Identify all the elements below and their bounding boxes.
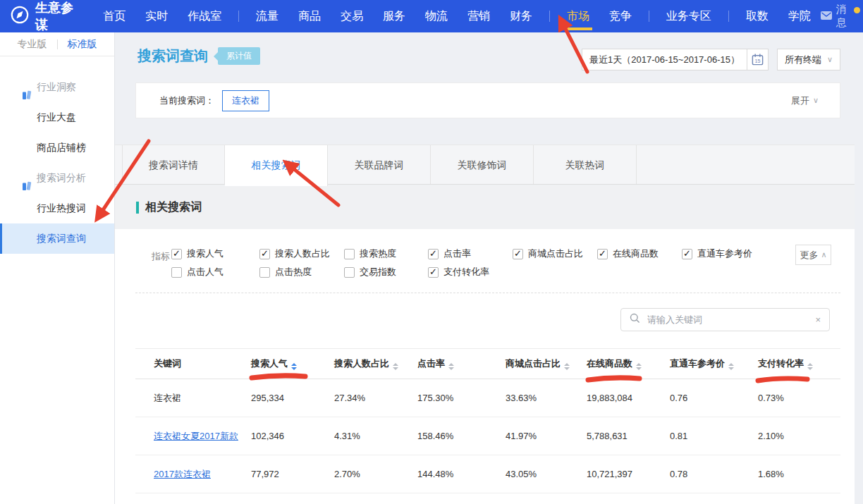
col-header-payment-conversion[interactable]: 支付转化率 [758,357,840,370]
checkbox-unchecked-icon[interactable] [344,267,355,278]
current-search-term-tag[interactable]: 连衣裙 [222,90,269,111]
keyword-link[interactable]: 2017款连衣裙 [154,469,211,479]
checkbox-checked-icon[interactable] [682,249,692,259]
metric-checkbox-online-products[interactable]: 在线商品数 [597,247,682,260]
divider [57,39,58,49]
sort-icon[interactable] [448,363,454,370]
sort-icon[interactable] [291,363,297,370]
col-header-click-rate[interactable]: 点击率 [417,357,506,370]
col-header-online-products[interactable]: 在线商品数 [587,357,670,370]
date-range-text: 最近1天（2017-06-15~2017-06-15） [582,54,747,66]
nav-item-service[interactable]: 服务 [383,0,405,32]
sort-icon[interactable] [564,363,570,370]
messages-button[interactable]: 消息 [821,3,853,30]
keyword-search-box: × [620,308,830,331]
metrics-row-1: 搜索人气 搜索人数占比 搜索热度 点击率 商城点击占比 在线商品数 [171,247,773,260]
tab-pro-version[interactable]: 专业版 [18,38,47,51]
checkbox-unchecked-icon[interactable] [171,267,182,278]
metric-checkbox-payment-conversion[interactable]: 支付转化率 [428,266,513,278]
nav-divider [549,11,550,22]
value-cell: 0.78 [670,469,758,479]
metric-checkbox-ztc-ref-price[interactable]: 直通车参考价 [682,247,773,260]
checkbox-unchecked-icon[interactable] [259,267,270,278]
notification-dot-badge [854,7,860,13]
nav-item-finance[interactable]: 财务 [510,0,532,32]
checkbox-checked-icon[interactable] [428,267,439,278]
col-header-search-popularity[interactable]: 搜索人气 [251,357,334,370]
nav-item-marketing[interactable]: 营销 [467,0,490,32]
date-range-picker[interactable]: 最近1天（2017-06-15~2017-06-15） 15 [582,49,769,70]
table-row: 连衣裙 295,334 27.34% 175.30% 33.63% 19,883… [135,379,840,417]
nav-item-data-fetch[interactable]: 取数 [746,0,769,32]
sort-icon[interactable] [807,363,813,370]
keyword-link[interactable]: 连衣裙女夏2017新款 [154,431,238,441]
nav-item-realtime[interactable]: 实时 [145,0,168,32]
sidebar-item-hot-search-words[interactable]: 行业热搜词 [0,193,114,223]
terminal-filter-value: 所有终端 [785,54,821,66]
metric-label: 交易指数 [360,266,396,278]
metric-label: 点击率 [443,247,471,260]
keyword-search-input[interactable] [646,314,809,326]
checkbox-checked-icon[interactable] [513,249,523,259]
nav-item-academy[interactable]: 学院 [788,0,811,32]
checkbox-checked-icon[interactable] [597,249,608,259]
tab-related-search-words[interactable]: 相关搜索词 [225,145,328,186]
nav-item-logistics[interactable]: 物流 [425,0,448,32]
value-cell: 0.73% [758,393,840,403]
value-cell: 77,972 [251,469,334,479]
metric-label: 搜索人气 [187,247,224,260]
cumulative-value-badge: 累计值 [218,47,260,65]
nav-item-market[interactable]: 市场 [567,0,589,32]
search-icon [630,313,640,326]
col-header-keyword: 关键词 [135,357,251,370]
col-header-searcher-share[interactable]: 搜索人数占比 [334,357,417,370]
metric-checkbox-search-heat[interactable]: 搜索热度 [344,247,428,260]
checkbox-checked-icon[interactable] [428,249,439,259]
brand[interactable]: 生意参谋 [10,0,78,33]
metric-checkbox-searcher-share[interactable]: 搜索人数占比 [259,247,344,260]
sort-icon[interactable] [636,363,642,370]
expand-toggle[interactable]: 展开 ∨ [791,83,819,118]
nav-item-warroom[interactable]: 作战室 [188,0,221,32]
metric-checkbox-trade-index[interactable]: 交易指数 [344,266,428,278]
expand-label: 展开 [791,94,809,107]
metric-checkbox-mall-click-share[interactable]: 商城点击占比 [513,247,597,260]
value-cell: 158.46% [417,431,506,441]
nav-item-business-zone[interactable]: 业务专区 [666,0,711,32]
metrics-row-2: 点击人气 点击热度 交易指数 支付转化率 [171,266,513,278]
value-cell: 33.63% [506,393,587,403]
more-metrics-button[interactable]: 更多 ∧ [795,245,831,265]
metric-checkbox-click-popularity[interactable]: 点击人气 [171,266,259,278]
value-cell: 0.76 [670,393,758,403]
tab-search-word-detail[interactable]: 搜索词详情 [122,145,225,184]
col-header-ztc-ref-price[interactable]: 直通车参考价 [670,357,758,370]
checkbox-unchecked-icon[interactable] [344,249,355,259]
sort-icon[interactable] [728,363,734,370]
sidebar: 专业版 标准版 行业洞察 行业大盘 商品店铺榜 [0,32,115,504]
metric-checkbox-click-rate[interactable]: 点击率 [428,247,513,260]
nav-item-competition[interactable]: 竞争 [609,0,632,32]
clear-input-icon[interactable]: × [815,314,821,325]
current-search-card: 当前搜索词： 连衣裙 展开 ∨ [135,82,840,118]
nav-item-home[interactable]: 首页 [103,0,126,32]
col-header-mall-click-share[interactable]: 商城点击占比 [506,357,587,370]
checkbox-checked-icon[interactable] [259,249,270,259]
metric-checkbox-search-popularity[interactable]: 搜索人气 [171,247,259,260]
metric-checkbox-click-heat[interactable]: 点击热度 [259,266,344,278]
sidebar-item-search-word-query[interactable]: 搜索词查询 [0,223,114,254]
terminal-filter-dropdown[interactable]: 所有终端 ∨ [777,49,840,70]
checkbox-checked-icon[interactable] [171,249,182,259]
nav-item-trade[interactable]: 交易 [341,0,363,32]
nav-item-traffic[interactable]: 流量 [256,0,279,32]
tab-related-hot-words[interactable]: 关联热词 [534,145,637,184]
sort-icon[interactable] [393,363,398,370]
sidebar-item-industry-overview[interactable]: 行业大盘 [0,102,114,133]
tab-related-modifier-words[interactable]: 关联修饰词 [431,145,534,184]
sidebar-group-industry-insight: 行业洞察 [0,72,114,102]
calendar-icon[interactable]: 15 [747,49,768,70]
tab-standard-version[interactable]: 标准版 [68,38,97,51]
tab-related-brand-words[interactable]: 关联品牌词 [328,145,431,184]
chevron-down-icon: ∨ [827,56,833,63]
sidebar-item-product-shop-rank[interactable]: 商品店铺榜 [0,133,114,163]
nav-item-product[interactable]: 商品 [298,0,321,32]
